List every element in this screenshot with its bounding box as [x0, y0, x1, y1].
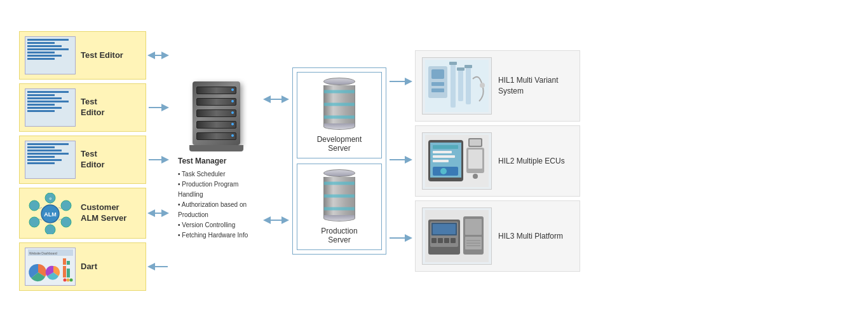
- dev-prod-container: DevelopmentServer P: [292, 67, 386, 255]
- dart-label: Dart: [81, 262, 97, 272]
- test-manager-label: Test Manager: [178, 157, 254, 165]
- dev-server-box: DevelopmentServer: [297, 72, 382, 158]
- svg-rect-46: [449, 62, 457, 65]
- dev-server-icon: [323, 78, 355, 130]
- dart-box: Website Dashboard: [19, 242, 146, 291]
- mid-arrows-col: [261, 40, 292, 282]
- dev-server-label: DevelopmentServer: [317, 135, 362, 153]
- customer-alm-label: CustomerALM Server: [81, 202, 126, 224]
- customer-alm-box: ALM ⚙ Customer: [19, 188, 146, 239]
- prod-server-box: ProductionServer: [297, 164, 382, 250]
- svg-rect-72: [451, 238, 456, 243]
- dart-thumb: Website Dashboard: [25, 248, 76, 286]
- svg-point-58: [440, 168, 447, 174]
- prod-db-mid-3: [323, 202, 355, 215]
- server-tower-icon: [191, 81, 241, 151]
- hil2-image: [422, 132, 492, 190]
- svg-rect-56: [433, 160, 449, 162]
- svg-rect-69: [431, 238, 437, 243]
- hil3-box: HIL3 Multi Platform: [415, 200, 580, 272]
- test-editor-1-label: Test Editor: [81, 50, 123, 61]
- arrow-to-prod-bottom: [262, 214, 291, 229]
- left-arrows-col: [146, 31, 172, 291]
- svg-point-25: [63, 279, 66, 282]
- server-slot-4: [196, 121, 236, 129]
- arrow-dart: [147, 242, 171, 291]
- dev-db-cylinder: [323, 78, 355, 130]
- dev-db-mid-3: [323, 111, 355, 123]
- left-column: Test Editor TestEditor: [19, 31, 146, 291]
- server-slot-5: [196, 132, 236, 140]
- prod-db-mid-1: [323, 177, 355, 190]
- svg-point-5: [61, 217, 71, 227]
- test-editor-3-box: TestEditor: [19, 136, 146, 184]
- arrow-prod-to-hil3: [388, 232, 414, 247]
- hil1-box: HIL1 Multi Variant System: [415, 50, 580, 122]
- svg-rect-40: [431, 69, 444, 79]
- svg-rect-41: [431, 82, 444, 86]
- diagram-container: Test Editor TestEditor: [0, 0, 868, 322]
- prod-db-top: [323, 169, 355, 177]
- right-arrows-col: [386, 43, 415, 279]
- svg-point-4: [61, 200, 71, 211]
- bullet-authorization: Authorization based on Production: [178, 200, 254, 220]
- prod-db-mid-2: [323, 190, 355, 202]
- hil1-label: HIL1 Multi Variant System: [498, 75, 573, 97]
- svg-rect-53: [433, 145, 458, 149]
- hil2-label: HIL2 Multiple ECUs: [498, 156, 565, 167]
- svg-rect-22: [63, 266, 66, 277]
- svg-rect-55: [433, 155, 455, 158]
- test-editor-2-label: TestEditor: [81, 97, 105, 118]
- svg-rect-54: [433, 151, 452, 153]
- svg-rect-63: [470, 139, 481, 146]
- svg-rect-74: [465, 219, 482, 235]
- bullet-fetching-hardware: Fetching Hardware Info: [178, 230, 254, 241]
- svg-rect-47: [457, 67, 465, 71]
- prod-server-icon: [323, 169, 355, 221]
- svg-point-61: [473, 174, 478, 179]
- svg-text:Website Dashboard: Website Dashboard: [29, 251, 57, 255]
- svg-rect-42: [431, 88, 444, 92]
- hil1-image: [422, 57, 492, 115]
- arrow-te1: [147, 31, 171, 80]
- svg-point-8: [29, 200, 39, 211]
- hil3-label: HIL3 Multi Platform: [498, 231, 563, 242]
- arrow-te2: [147, 83, 171, 132]
- arrow-dev-to-hil2: [388, 153, 414, 169]
- bullet-version-controlling: Version Controlling: [178, 220, 254, 230]
- arrow-dev-to-hil1: [388, 75, 414, 90]
- svg-rect-43: [451, 63, 456, 108]
- svg-rect-44: [458, 69, 463, 101]
- svg-point-26: [66, 279, 69, 282]
- dev-db-bot: [323, 123, 355, 130]
- test-editor-2-box: TestEditor: [19, 83, 146, 132]
- test-editor-3-thumb: [25, 141, 76, 179]
- center-server-block: Test Manager Task Scheduler Production P…: [172, 81, 261, 241]
- svg-point-27: [69, 279, 72, 282]
- test-editor-2-thumb: [25, 88, 76, 127]
- prod-db-cylinder: [323, 169, 355, 221]
- server-body: [193, 81, 240, 145]
- server-slot-2: [196, 98, 236, 106]
- svg-rect-48: [465, 65, 472, 68]
- arrow-te3: [147, 136, 171, 184]
- svg-rect-45: [466, 66, 471, 104]
- svg-point-7: [29, 217, 39, 227]
- hil3-image: [422, 207, 492, 265]
- arrow-alm: [147, 188, 171, 239]
- svg-rect-23: [67, 269, 70, 277]
- right-column: HIL1 Multi Variant System: [415, 50, 580, 272]
- svg-rect-60: [468, 150, 482, 169]
- server-slot-3: [196, 109, 236, 117]
- server-base: [189, 145, 243, 151]
- dev-db-top: [323, 78, 355, 85]
- prod-server-label: ProductionServer: [321, 227, 357, 244]
- svg-rect-71: [444, 238, 449, 243]
- svg-rect-20: [63, 258, 66, 265]
- dev-db-mid-1: [323, 85, 355, 98]
- arrow-to-dev-top: [262, 93, 291, 108]
- bullet-task-scheduler: Task Scheduler: [178, 169, 254, 179]
- svg-rect-21: [67, 261, 70, 265]
- test-manager-bullets: Task Scheduler Production Program Handli…: [178, 169, 254, 241]
- svg-rect-70: [438, 238, 443, 243]
